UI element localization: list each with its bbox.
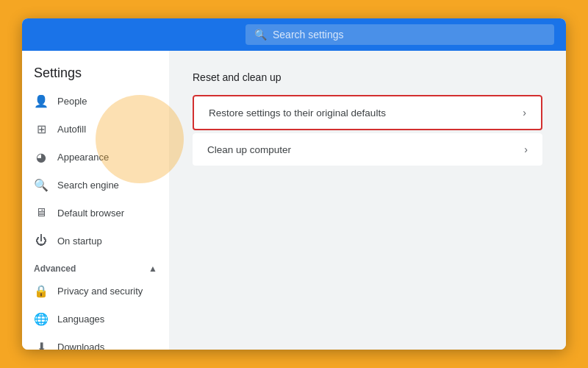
browser-window: 🔍 Settings 👤 People ⊞ Autofill ◕ — [22, 18, 566, 350]
sidebar-item-label-search-engine: Search engine — [57, 180, 119, 191]
sidebar-item-languages[interactable]: 🌐 Languages — [22, 305, 163, 333]
top-bar: 🔍 — [22, 18, 566, 51]
clean-up-label: Clean up computer — [207, 144, 291, 155]
sidebar-wrapper: Settings 👤 People ⊞ Autofill ◕ Appearanc… — [22, 51, 169, 350]
languages-icon: 🌐 — [34, 311, 49, 326]
sidebar-item-label-on-startup: On startup — [57, 236, 102, 247]
autofill-icon: ⊞ — [34, 121, 49, 136]
restore-settings-option[interactable]: Restore settings to their original defau… — [193, 95, 542, 130]
restore-settings-chevron-icon: › — [523, 107, 526, 118]
clean-up-option[interactable]: Clean up computer › — [193, 133, 542, 166]
sidebar-item-on-startup[interactable]: ⏻ On startup — [22, 227, 163, 255]
restore-settings-label: Restore settings to their original defau… — [209, 107, 386, 118]
sidebar-item-privacy[interactable]: 🔒 Privacy and security — [22, 277, 163, 305]
sidebar-item-search-engine[interactable]: 🔍 Search engine — [22, 171, 163, 199]
search-input[interactable] — [273, 29, 545, 40]
sidebar-item-downloads[interactable]: ⬇ Downloads — [22, 333, 163, 350]
options-group-2: Clean up computer › — [193, 133, 542, 167]
on-startup-icon: ⏻ — [34, 233, 49, 248]
main-layout: Settings 👤 People ⊞ Autofill ◕ Appearanc… — [22, 51, 566, 350]
clean-up-chevron-icon: › — [524, 144, 528, 155]
sidebar-item-label-languages: Languages — [57, 314, 104, 325]
search-engine-icon: 🔍 — [34, 177, 49, 192]
advanced-label: Advanced — [34, 263, 76, 274]
advanced-section[interactable]: Advanced ▲ — [22, 255, 169, 277]
sidebar-item-appearance[interactable]: ◕ Appearance — [22, 143, 163, 171]
sidebar-item-autofill[interactable]: ⊞ Autofill — [22, 115, 163, 143]
sidebar-item-default-browser[interactable]: 🖥 Default browser — [22, 199, 163, 227]
sidebar-item-label-downloads: Downloads — [57, 342, 104, 350]
sidebar-title: Settings — [22, 57, 169, 87]
section-title: Reset and clean up — [193, 71, 542, 83]
sidebar-item-people[interactable]: 👤 People — [22, 87, 163, 115]
sidebar-item-label-autofill: Autofill — [57, 124, 86, 135]
content-area: Reset and clean up Restore settings to t… — [169, 51, 566, 350]
options-group: Restore settings to their original defau… — [193, 95, 542, 132]
sidebar-item-label-appearance: Appearance — [57, 152, 109, 163]
sidebar-item-label-privacy: Privacy and security — [57, 286, 143, 297]
appearance-icon: ◕ — [34, 149, 49, 164]
search-icon: 🔍 — [254, 29, 267, 40]
search-container[interactable]: 🔍 — [245, 24, 554, 45]
people-icon: 👤 — [34, 93, 49, 108]
advanced-arrow-icon: ▲ — [148, 263, 157, 274]
sidebar-item-label-people: People — [57, 96, 87, 107]
privacy-icon: 🔒 — [34, 283, 49, 298]
sidebar-item-label-default-browser: Default browser — [57, 208, 124, 219]
downloads-icon: ⬇ — [34, 339, 49, 350]
default-browser-icon: 🖥 — [34, 205, 49, 220]
sidebar: Settings 👤 People ⊞ Autofill ◕ Appearanc… — [22, 51, 169, 350]
